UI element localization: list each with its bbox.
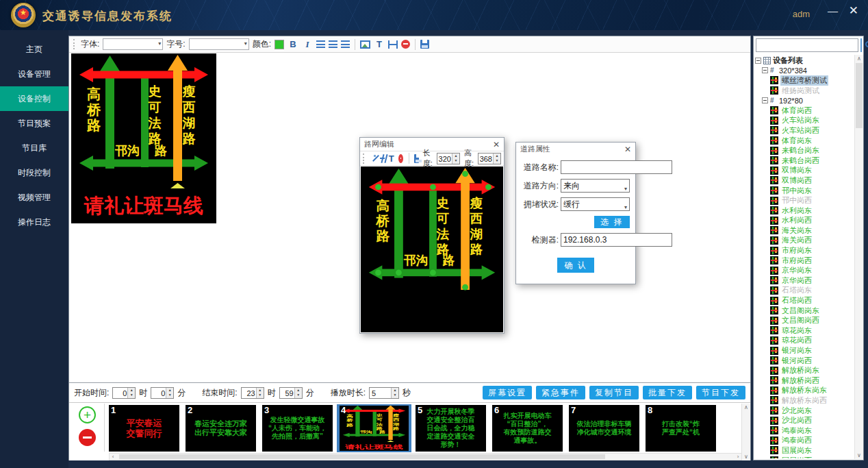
tree-device-item[interactable]: 市府岗西 — [780, 256, 813, 266]
tree-device-item[interactable]: 国展岗西 — [780, 456, 813, 458]
height-stepper[interactable]: 368 ▲▼ — [478, 153, 501, 164]
insert-image-icon[interactable] — [360, 40, 370, 49]
down-arrow-icon[interactable]: ▼ — [166, 393, 173, 398]
start-hour-value[interactable]: 0 — [113, 388, 127, 398]
end-hour-value[interactable]: 23 — [242, 388, 256, 398]
up-arrow-icon[interactable]: ▲ — [166, 388, 173, 393]
down-arrow-icon[interactable]: ▼ — [257, 393, 264, 398]
remove-frame-button[interactable] — [79, 429, 96, 446]
delete-icon[interactable] — [398, 154, 403, 163]
down-arrow-icon[interactable]: ▼ — [128, 393, 135, 398]
road-direction-select[interactable]: 来向 ▾ — [561, 179, 630, 193]
tree-device-item[interactable]: 沙北岗东 — [780, 406, 813, 416]
tree-device-item[interactable]: 水利岗东 — [780, 206, 813, 216]
text-tool-button[interactable]: T — [389, 153, 394, 164]
scroll-right-icon[interactable]: › — [735, 454, 741, 460]
tree-device-item[interactable]: 体育岗东 — [780, 136, 813, 146]
tree-device-item[interactable]: 解放桥岗西 — [780, 375, 821, 386]
tree-device-item[interactable]: 水利岗西 — [780, 215, 813, 225]
close-icon[interactable]: ✕ — [849, 5, 858, 16]
minimize-icon[interactable]: — — [828, 5, 838, 16]
sidebar-item-period-control[interactable]: 时段控制 — [0, 160, 68, 185]
end-minute-value[interactable]: 59 — [280, 388, 294, 398]
align-center-icon[interactable] — [329, 40, 337, 48]
duration-stepper[interactable]: 5 ▲▼ — [369, 387, 399, 399]
down-arrow-icon[interactable]: ▼ — [295, 393, 302, 398]
up-arrow-icon[interactable]: ▲ — [452, 153, 459, 159]
tree-device-item[interactable]: 来鹤台岗东 — [780, 145, 821, 156]
scrollbar-thumb[interactable] — [119, 454, 605, 459]
up-arrow-icon[interactable]: ▲ — [295, 388, 302, 393]
timeline-frame[interactable]: 2春运安全连万家出行平安靠大家 — [186, 405, 256, 452]
tree-device-item[interactable]: 文昌阁岗西 — [780, 315, 821, 325]
tree-device-item[interactable]: 银河岗西 — [780, 356, 813, 366]
congestion-select[interactable]: 缓行 ▾ — [561, 197, 630, 211]
timeline-frame[interactable]: 8打击改装“炸严查严处“机 — [646, 405, 716, 452]
font-family-select[interactable]: ▾ — [103, 38, 163, 50]
timeline-frame[interactable]: 3发生轻微交通事故“人未伤，车能动，先拍照，后撤离” — [262, 405, 333, 452]
tree-device-item[interactable]: 火车站岗西 — [780, 125, 821, 136]
tree-device-item[interactable]: 石塔岗东 — [780, 285, 813, 295]
sidebar-item-device-management[interactable]: 设备管理 — [0, 62, 68, 86]
timeline-frame[interactable]: 6扎实开展电动车“百日整治”，有效预防道路交通事故。 — [492, 405, 563, 452]
sidebar-item-home[interactable]: 主页 — [0, 37, 68, 62]
timeline-frame[interactable]: 1平安春运交警同行 — [109, 405, 179, 452]
up-arrow-icon[interactable]: ▲ — [257, 388, 264, 393]
tree-device-item[interactable]: 海关岗东 — [780, 225, 813, 236]
tree-device-item[interactable]: 来鹤台岗西 — [780, 156, 821, 166]
down-arrow-icon[interactable]: ▼ — [392, 393, 398, 398]
screen-settings-button[interactable]: 屏幕设置 — [483, 386, 532, 399]
copy-program-button[interactable]: 复制节目 — [589, 386, 639, 399]
timeline-frame[interactable]: 7依法治理非标车辆净化城市交通环境 — [569, 405, 639, 452]
tree-device-item[interactable]: 火车站岗东 — [780, 115, 821, 125]
tree-device-item[interactable]: 解放桥岗东 — [780, 365, 821, 375]
scroll-up-icon[interactable]: ∧ — [855, 56, 863, 62]
italic-button[interactable]: I — [302, 39, 313, 50]
sign-preview-canvas[interactable]: 高桥路史可法路瘦西湖路邗沟路请礼让斑马线 — [71, 53, 216, 223]
duration-value[interactable]: 5 — [370, 388, 391, 398]
save-icon[interactable] — [414, 154, 419, 163]
intersection-tool-icon[interactable] — [380, 154, 385, 163]
scroll-up-icon[interactable]: ∧ — [742, 404, 750, 410]
tree-device-item[interactable]: 京华岗东 — [780, 265, 813, 275]
font-size-select[interactable]: ▾ — [189, 38, 249, 50]
program-send-button[interactable]: 节目下发 — [696, 386, 745, 399]
up-arrow-icon[interactable]: ▲ — [128, 388, 135, 393]
end-minute-stepper[interactable]: 59 ▲▼ — [279, 387, 303, 399]
sidebar-item-program-plan[interactable]: 节目预案 — [0, 111, 68, 136]
scrollbar-thumb[interactable] — [856, 63, 863, 128]
road-name-input[interactable] — [561, 160, 672, 174]
color-swatch[interactable] — [275, 40, 284, 49]
sidebar-item-operation-log[interactable]: 操作日志 — [0, 210, 68, 234]
height-value[interactable]: 368 — [478, 153, 493, 164]
road-network-canvas[interactable]: 高桥路史可法路瘦西湖路邗沟路 — [361, 167, 503, 332]
start-minute-stepper[interactable]: 0 ▲▼ — [151, 387, 174, 399]
tree-group-label[interactable]: 192*80 — [779, 97, 803, 105]
start-hour-stepper[interactable]: 0 ▲▼ — [112, 387, 136, 399]
end-hour-stepper[interactable]: 23 ▲▼ — [241, 387, 264, 399]
sidebar-item-video-management[interactable]: 视频管理 — [0, 185, 68, 210]
tree-device-item[interactable]: 沙北岗西 — [780, 415, 813, 426]
scroll-down-icon[interactable]: ∨ — [742, 454, 750, 460]
draw-road-icon[interactable] — [371, 153, 376, 163]
up-arrow-icon[interactable]: ▲ — [494, 153, 500, 159]
tree-device-item[interactable]: 双博岗西 — [780, 175, 813, 186]
tree-device-item[interactable]: 琼花岗西 — [780, 335, 813, 345]
timeline-horizontal-scrollbar[interactable]: ‹ › — [109, 453, 742, 460]
close-icon[interactable]: ✕ — [624, 145, 631, 154]
timeline-frame[interactable]: 5大力开展秋冬季交通安全整治百日会战，全力稳定道路交通安全形势！ — [416, 405, 486, 452]
search-input[interactable] — [756, 38, 858, 52]
tree-device-item[interactable]: 文昌阁岗东 — [780, 306, 821, 316]
tree-device-item[interactable]: 琼花岗东 — [780, 325, 813, 336]
device-tree-scrollbar[interactable]: ∧ ∨ — [854, 55, 863, 459]
collapse-icon[interactable] — [762, 67, 768, 73]
bold-button[interactable]: B — [288, 39, 298, 49]
collapse-icon[interactable] — [762, 97, 768, 103]
timeline-frame[interactable]: 4高桥路史可法路瘦西湖路邗沟路请礼让斑马线 — [339, 405, 409, 452]
confirm-button[interactable]: 确 认 — [557, 258, 594, 273]
tree-device-item[interactable]: 国展岗东 — [780, 445, 813, 456]
scroll-left-icon[interactable]: ‹ — [110, 454, 116, 460]
tree-device-item[interactable]: 体育岗西 — [780, 106, 813, 116]
tree-device-item[interactable]: 市府岗东 — [780, 245, 813, 256]
tree-device-item[interactable]: 邗中岗东 — [780, 186, 813, 196]
